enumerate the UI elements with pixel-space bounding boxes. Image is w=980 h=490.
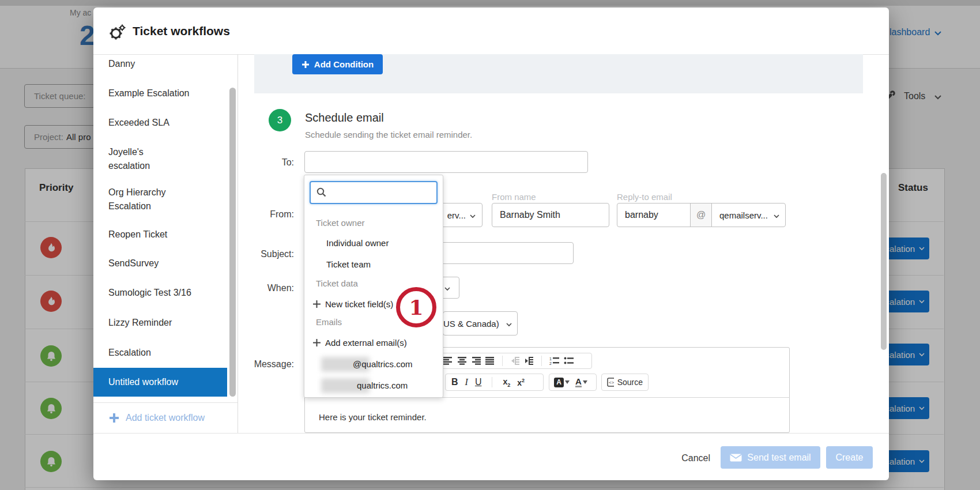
sidebar-add-divider: [93, 402, 238, 403]
ticket-workflows-modal: Ticket workflows Danny Example Escalatio…: [93, 7, 889, 480]
to-label: To:: [249, 157, 294, 168]
dropdown-group-ticket-data: Ticket data: [316, 278, 358, 288]
caret-down-icon: [583, 380, 587, 384]
modal-title: Ticket workflows: [133, 24, 230, 38]
envelope-icon: [730, 454, 742, 462]
svg-text:<>: <>: [609, 380, 614, 385]
dropdown-item-email-1[interactable]: @qualtrics.com: [304, 355, 443, 374]
subscript-button[interactable]: x2: [503, 377, 510, 388]
add-ticket-workflow-label: Add ticket workflow: [126, 413, 205, 423]
replyto-at: @: [690, 203, 712, 227]
indent-decrease-icon[interactable]: [510, 357, 520, 365]
sidebar-item-danny[interactable]: Danny: [108, 57, 212, 71]
source-icon: <>: [607, 378, 614, 387]
replyto-label: Reply-to email: [617, 192, 672, 202]
step-title: Schedule email: [305, 111, 384, 125]
sidebar-item-joyelles-escalation[interactable]: Joyelle's escalation: [108, 145, 212, 173]
toolbar-separator: [492, 377, 492, 387]
message-label: Message:: [249, 359, 294, 370]
editor-toolbar-row2-text: B I U x2 x2: [445, 374, 544, 391]
editor-toolbar-row1: 12: [438, 353, 592, 369]
from-name-input[interactable]: Barnaby Smith: [492, 203, 609, 227]
align-justify-icon[interactable]: [485, 357, 495, 365]
source-button[interactable]: <> Source: [601, 374, 649, 391]
toolbar-separator: [541, 356, 542, 366]
annotation-circle-1: 1: [396, 287, 436, 327]
from-label: From:: [249, 209, 294, 220]
dropdown-group-emails: Emails: [316, 317, 342, 327]
dropdown-item-email-2[interactable]: qualtrics.com: [304, 376, 443, 395]
underline-button[interactable]: U: [475, 377, 482, 387]
align-center-icon[interactable]: [457, 357, 467, 365]
align-right-icon[interactable]: [471, 357, 481, 365]
subject-label: Subject:: [249, 249, 294, 259]
sidebar-item-exceeded-sla[interactable]: Exceeded SLA: [108, 116, 212, 130]
sidebar-scrollbar[interactable]: [229, 88, 236, 397]
footer-divider: [93, 433, 889, 434]
numbered-list-icon[interactable]: 12: [549, 357, 560, 365]
editor-toolbar-row2-color: A A: [549, 374, 597, 391]
sidebar-divider: [238, 54, 238, 433]
background-color-button[interactable]: A: [575, 377, 587, 387]
modal-scrollbar[interactable]: [881, 173, 887, 350]
to-input[interactable]: [304, 151, 588, 173]
step-subtitle: Schedule sending the ticket email remind…: [305, 130, 472, 140]
bold-button[interactable]: B: [451, 377, 458, 387]
cancel-button[interactable]: Cancel: [670, 453, 710, 463]
dropdown-group-ticket-owner: Ticket owner: [316, 218, 364, 228]
when-label: When:: [249, 283, 294, 293]
plus-icon: [301, 61, 310, 69]
svg-text:2: 2: [549, 361, 552, 365]
chevron-down-icon: [469, 214, 476, 218]
send-test-email-button[interactable]: Send test email: [721, 446, 820, 469]
add-ticket-workflow-button[interactable]: Add ticket workflow: [108, 411, 229, 427]
add-condition-button[interactable]: Add Condition: [292, 54, 383, 74]
sidebar-item-example-escalation[interactable]: Example Escalation: [108, 86, 212, 100]
timezone-select[interactable]: (US & Canada): [443, 311, 518, 336]
sidebar-item-reopen-ticket[interactable]: Reopen Ticket: [108, 228, 212, 242]
create-button[interactable]: Create: [826, 446, 873, 469]
indent-increase-icon[interactable]: [524, 357, 534, 365]
sidebar-item-org-hierarchy-escalation[interactable]: Org Hierarchy Escalation: [108, 186, 212, 213]
dropdown-item-individual-owner[interactable]: Individual owner: [326, 238, 389, 248]
dropdown-search-input[interactable]: [310, 181, 438, 204]
gear-icon: [108, 24, 126, 42]
italic-button[interactable]: I: [465, 377, 468, 387]
bullet-list-icon[interactable]: [564, 357, 574, 365]
message-body-text[interactable]: Here is your ticket reminder.: [319, 412, 427, 422]
sidebar-item-untitled-workflow[interactable]: Untitled workflow: [108, 375, 212, 389]
sidebar-item-lizzy-reminder[interactable]: Lizzy Reminder: [108, 316, 212, 330]
dropdown-item-ticket-team[interactable]: Ticket team: [326, 259, 371, 269]
plus-icon: [312, 300, 321, 308]
caret-down-icon: [565, 380, 570, 384]
from-name-label: From name: [492, 192, 536, 202]
sidebar-item-sumologic-test[interactable]: Sumologic Test 3/16: [108, 286, 212, 300]
toolbar-separator: [502, 356, 503, 366]
sidebar-item-escalation[interactable]: Escalation: [108, 346, 212, 360]
svg-text:1: 1: [549, 357, 552, 361]
superscript-button[interactable]: x2: [517, 378, 525, 387]
replyto-user-input[interactable]: barnaby: [617, 203, 691, 227]
chevron-down-icon: [444, 287, 451, 291]
to-dropdown-panel: Ticket owner Individual owner Ticket tea…: [304, 175, 443, 398]
align-left-icon[interactable]: [443, 357, 453, 365]
plus-icon: [312, 338, 321, 347]
replyto-domain-select[interactable]: qemailserv...: [711, 203, 786, 227]
search-icon: [316, 187, 326, 197]
chevron-down-icon: [773, 214, 780, 218]
plus-icon: [108, 412, 120, 424]
chevron-down-icon: [506, 322, 512, 327]
step-number-badge: 3: [269, 109, 291, 131]
text-color-button[interactable]: A: [554, 378, 570, 387]
sidebar-item-sendsurvey[interactable]: SendSurvey: [108, 257, 212, 270]
